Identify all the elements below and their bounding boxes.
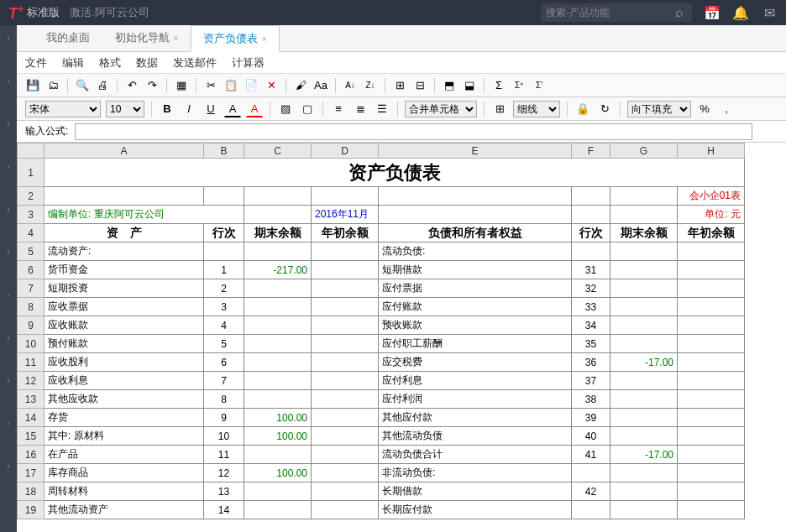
row-num[interactable] — [572, 501, 610, 519]
row-header[interactable]: 5 — [18, 243, 45, 261]
close-icon[interactable]: × — [261, 34, 266, 44]
select-all-corner[interactable] — [18, 143, 45, 159]
asset-name[interactable]: 存货 — [45, 409, 204, 427]
end-balance[interactable] — [610, 261, 678, 279]
menu-计算器[interactable]: 计算器 — [232, 55, 265, 70]
meta-date[interactable]: 2016年11月 — [312, 206, 379, 224]
begin-balance[interactable] — [312, 446, 379, 464]
chevron-right-icon[interactable]: › — [7, 333, 9, 342]
save-as-icon[interactable]: 🗂 — [45, 78, 60, 93]
end-balance[interactable] — [244, 353, 312, 372]
end-balance[interactable] — [610, 335, 678, 353]
tab-初始化导航[interactable]: 初始化导航× — [102, 24, 191, 51]
chevron-right-icon[interactable]: › — [7, 419, 9, 428]
search-input[interactable] — [546, 7, 672, 18]
row-header[interactable]: 8 — [18, 298, 45, 316]
row-header[interactable]: 18 — [18, 482, 45, 501]
col-header-F[interactable]: F — [572, 143, 610, 159]
row-num[interactable]: 6 — [204, 353, 244, 372]
begin-balance[interactable] — [678, 243, 745, 261]
end-balance[interactable]: 100.00 — [244, 427, 312, 446]
align-left-button[interactable]: ≡ — [330, 101, 347, 117]
end-balance[interactable] — [244, 372, 312, 390]
meta-unit[interactable]: 单位: 元 — [678, 206, 745, 224]
begin-balance[interactable] — [678, 464, 745, 482]
row-header[interactable]: 4 — [18, 224, 45, 243]
col-header-E[interactable]: E — [379, 143, 572, 159]
menu-发送邮件[interactable]: 发送邮件 — [173, 55, 217, 70]
row-num[interactable]: 14 — [204, 501, 244, 519]
chevron-right-icon[interactable]: › — [7, 376, 9, 385]
row-header[interactable]: 16 — [18, 446, 45, 464]
cut-icon[interactable]: ✂ — [203, 78, 218, 93]
begin-balance[interactable] — [312, 390, 379, 409]
row-header[interactable]: 7 — [18, 279, 45, 298]
asset-name[interactable]: 货币资金 — [45, 261, 204, 279]
liability-name[interactable]: 应付账款 — [379, 298, 572, 316]
begin-balance[interactable] — [312, 261, 379, 279]
row-num[interactable] — [572, 243, 610, 261]
merge-select[interactable]: 合并单元格 — [405, 101, 477, 117]
end-balance[interactable] — [244, 390, 312, 409]
row-header[interactable]: 11 — [18, 353, 45, 372]
formula-input[interactable] — [75, 123, 752, 140]
row-header[interactable]: 15 — [18, 427, 45, 446]
liability-name[interactable]: 应付利润 — [379, 390, 572, 409]
row-num[interactable] — [572, 464, 610, 482]
menu-编辑[interactable]: 编辑 — [62, 55, 84, 70]
sigma-alt-icon[interactable]: Σ' — [532, 78, 547, 93]
row-num[interactable]: 2 — [204, 279, 244, 298]
asset-name[interactable]: 应收利息 — [45, 372, 204, 390]
cell[interactable] — [610, 206, 678, 224]
save-icon[interactable]: 💾 — [25, 78, 40, 93]
grid-button[interactable]: ⊞ — [491, 101, 508, 117]
asset-name[interactable]: 流动资产: — [45, 243, 204, 261]
row-num[interactable]: 3 — [204, 298, 244, 316]
cell[interactable] — [572, 187, 610, 206]
liability-name[interactable]: 应付票据 — [379, 279, 572, 298]
liability-name[interactable]: 流动负债合计 — [379, 446, 572, 464]
cell[interactable] — [379, 187, 572, 206]
sort-za-icon[interactable]: Z↓ — [363, 78, 378, 93]
paste-icon[interactable]: 📄 — [244, 78, 259, 93]
begin-balance[interactable] — [678, 482, 745, 501]
begin-balance[interactable] — [678, 335, 745, 353]
begin-balance[interactable] — [312, 298, 379, 316]
chevron-right-icon[interactable]: › — [7, 462, 9, 471]
fill-select[interactable]: 向下填充 — [627, 101, 691, 117]
row-num[interactable]: 32 — [572, 279, 610, 298]
menu-格式[interactable]: 格式 — [99, 55, 121, 70]
begin-balance[interactable] — [678, 409, 745, 427]
end-balance[interactable]: 100.00 — [244, 464, 312, 482]
format-icon[interactable]: Aa — [313, 78, 328, 93]
begin-balance[interactable] — [678, 298, 745, 316]
row-num[interactable]: 34 — [572, 316, 610, 335]
asset-name[interactable]: 预付账款 — [45, 335, 204, 353]
col-title[interactable]: 行次 — [204, 224, 244, 243]
col-title[interactable]: 行次 — [572, 224, 610, 243]
line-select[interactable]: 细线 — [513, 101, 560, 117]
cell[interactable] — [572, 206, 610, 224]
begin-balance[interactable] — [312, 316, 379, 335]
delete-icon[interactable]: ✕ — [264, 78, 279, 93]
cell[interactable] — [244, 206, 312, 224]
liability-name[interactable]: 应付利息 — [379, 372, 572, 390]
row-num[interactable]: 7 — [204, 372, 244, 390]
begin-balance[interactable] — [678, 501, 745, 519]
begin-balance[interactable] — [312, 243, 379, 261]
end-balance[interactable] — [610, 243, 678, 261]
size-select[interactable]: 10 — [106, 101, 144, 117]
sort-az-icon[interactable]: A↓ — [343, 78, 358, 93]
liability-name[interactable]: 流动负债: — [379, 243, 572, 261]
liability-name[interactable]: 长期应付款 — [379, 501, 572, 519]
underline-button[interactable]: U — [202, 101, 219, 117]
preview-icon[interactable]: 🔍 — [75, 78, 90, 93]
asset-name[interactable]: 其他流动资产 — [45, 501, 204, 519]
lock-icon[interactable]: 🔒 — [574, 101, 591, 117]
cell[interactable] — [610, 187, 678, 206]
liability-name[interactable]: 其他应付款 — [379, 409, 572, 427]
col-title[interactable]: 期末余额 — [244, 224, 312, 243]
row-header[interactable]: 9 — [18, 316, 45, 335]
mail-icon[interactable]: ✉ — [761, 5, 778, 21]
end-balance[interactable] — [610, 501, 678, 519]
